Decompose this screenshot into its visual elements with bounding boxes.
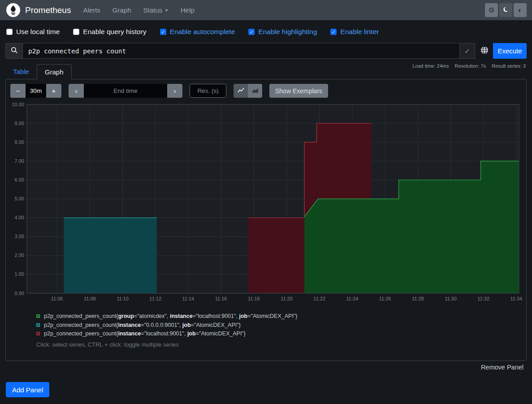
svg-text:11:18: 11:18: [248, 296, 260, 301]
svg-text:11:34: 11:34: [510, 296, 523, 301]
range-increase-button[interactable]: +: [46, 84, 61, 98]
end-time-control: ‹ ›: [69, 84, 182, 98]
query-input[interactable]: [22, 43, 460, 59]
svg-text:11:24: 11:24: [346, 296, 359, 301]
range-decrease-button[interactable]: −: [10, 84, 26, 98]
y-axis-labels: 0.001.002.003.004.005.006.007.008.009.00…: [12, 102, 24, 296]
option-label: Use local time: [16, 28, 60, 36]
add-panel-button[interactable]: Add Panel: [6, 382, 49, 397]
search-addon: [5, 43, 22, 59]
execute-button[interactable]: Execute: [493, 43, 527, 59]
option-label: Enable autocomplete: [170, 28, 235, 36]
option-label: Enable linter: [340, 28, 379, 36]
nav-link-graph[interactable]: Graph: [112, 6, 131, 14]
settings-button[interactable]: ⚙: [485, 3, 498, 17]
navbar: Prometheus AlertsGraphStatus▼Help ⚙ ◐: [0, 0, 532, 20]
svg-text:11:16: 11:16: [215, 296, 227, 301]
tab-table[interactable]: Table: [5, 64, 37, 79]
option-use-local-time[interactable]: Use local time: [6, 28, 60, 36]
legend-item-2[interactable]: p2p_connected_peers_count{instance="loca…: [36, 330, 298, 337]
end-time-input[interactable]: [84, 84, 167, 98]
result-series-stat: Result series: 3: [492, 63, 526, 69]
query-stats: Load time: 24ms Resolution: 7s Result se…: [412, 63, 526, 69]
svg-text:11:32: 11:32: [477, 296, 489, 301]
svg-text:5.00: 5.00: [15, 196, 24, 201]
legend-swatch: [36, 323, 40, 327]
svg-text:9.00: 9.00: [15, 121, 24, 126]
search-icon: [11, 47, 18, 56]
option-enable-query-history[interactable]: Enable query history: [73, 28, 146, 36]
resolution-stat: Resolution: 7s: [454, 63, 486, 69]
svg-text:11:06: 11:06: [51, 296, 63, 301]
time-series-chart[interactable]: 0.001.002.003.004.005.006.007.008.009.00…: [9, 101, 523, 304]
nav-link-status[interactable]: Status▼: [143, 6, 169, 14]
chart-type-toggle: [234, 84, 262, 98]
checked-checkbox[interactable]: ✓: [160, 29, 166, 35]
check-icon: ✓: [464, 47, 470, 55]
legend-hint: Click: select series, CTRL + click: togg…: [36, 341, 179, 348]
checked-checkbox[interactable]: ✓: [330, 29, 337, 35]
show-exemplars-button[interactable]: Show Exemplars: [269, 84, 328, 98]
legend-label: p2p_connected_peers_count{instance="0.0.…: [44, 322, 241, 328]
chart-legend: p2p_connected_peers_count{group="atomicd…: [36, 313, 298, 339]
gear-icon: ⚙: [488, 7, 494, 14]
prometheus-logo-icon[interactable]: [6, 3, 20, 17]
unchecked-checkbox[interactable]: [73, 29, 79, 35]
query-bar: ✓ Execute: [5, 43, 527, 59]
resolution-input[interactable]: [190, 84, 226, 98]
legend-label: p2p_connected_peers_count{group="atomicd…: [44, 313, 298, 319]
graph-panel: − + ‹ ›: [5, 79, 527, 361]
svg-text:11:20: 11:20: [281, 296, 293, 301]
series-area-1[interactable]: [64, 218, 156, 293]
x-axis-labels: 11:0611:0811:1011:1211:1411:1611:1811:20…: [51, 296, 523, 301]
nav-link-help[interactable]: Help: [181, 6, 195, 14]
moon-icon: [502, 6, 509, 14]
caret-down-icon: ▼: [164, 8, 169, 13]
line-chart-icon: [238, 87, 244, 95]
contrast-icon: ◐: [518, 7, 523, 14]
svg-text:6.00: 6.00: [15, 177, 24, 182]
option-enable-linter[interactable]: ✓Enable linter: [330, 28, 379, 36]
globe-icon: [480, 46, 489, 56]
svg-text:11:10: 11:10: [117, 296, 129, 301]
svg-text:11:08: 11:08: [84, 296, 96, 301]
legend-swatch: [36, 332, 40, 335]
time-forward-button[interactable]: ›: [167, 84, 182, 98]
navbar-actions: ⚙ ◐: [485, 3, 527, 17]
auto-theme-button[interactable]: ◐: [514, 3, 527, 17]
svg-text:11:14: 11:14: [182, 296, 195, 301]
svg-text:0.00: 0.00: [15, 291, 24, 296]
option-label: Enable query history: [83, 28, 146, 36]
legend-item-0[interactable]: p2p_connected_peers_count{group="atomicd…: [36, 313, 298, 319]
query-valid-button[interactable]: ✓: [460, 43, 475, 59]
stacked-chart-icon: [252, 87, 259, 95]
svg-text:7.00: 7.00: [15, 158, 24, 164]
svg-text:4.00: 4.00: [15, 215, 24, 220]
svg-text:1.00: 1.00: [15, 271, 24, 277]
stacked-chart-toggle[interactable]: [248, 84, 262, 98]
tab-graph[interactable]: Graph: [37, 64, 72, 79]
legend-label: p2p_connected_peers_count{instance="loca…: [44, 330, 246, 337]
range-input[interactable]: [26, 84, 46, 98]
nav-link-alerts[interactable]: Alerts: [83, 6, 100, 14]
metrics-explorer-button[interactable]: [476, 43, 493, 59]
legend-item-1[interactable]: p2p_connected_peers_count{instance="0.0.…: [36, 322, 298, 328]
svg-text:11:12: 11:12: [149, 296, 161, 301]
option-enable-autocomplete[interactable]: ✓Enable autocomplete: [160, 28, 235, 36]
range-control: − +: [10, 84, 61, 98]
brand-link[interactable]: Prometheus: [25, 5, 71, 15]
query-options: Use local timeEnable query history✓Enabl…: [6, 26, 379, 38]
svg-text:10.00: 10.00: [12, 102, 24, 107]
svg-text:11:30: 11:30: [445, 296, 457, 301]
time-back-button[interactable]: ‹: [69, 84, 84, 98]
graph-controls: − + ‹ ›: [10, 84, 328, 98]
line-chart-toggle[interactable]: [234, 84, 248, 98]
dark-theme-button[interactable]: [499, 3, 512, 17]
remove-panel-link[interactable]: Remove Panel: [481, 364, 523, 371]
option-enable-highlighting[interactable]: ✓Enable highlighting: [248, 28, 317, 36]
checked-checkbox[interactable]: ✓: [248, 29, 255, 35]
nav-links: AlertsGraphStatus▼Help: [83, 6, 194, 14]
svg-text:11:22: 11:22: [313, 296, 325, 301]
svg-text:11:28: 11:28: [412, 296, 424, 301]
unchecked-checkbox[interactable]: [6, 29, 13, 35]
